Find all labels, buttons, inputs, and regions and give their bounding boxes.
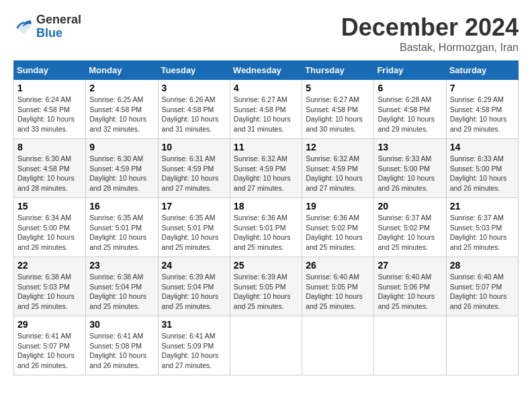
day-info: Sunrise: 6:40 AM Sunset: 5:07 PM Dayligh… (450, 272, 515, 312)
day-number: 2 (89, 83, 154, 93)
calendar-cell: 1 Sunrise: 6:24 AM Sunset: 4:58 PM Dayli… (14, 80, 86, 139)
logo-blue: Blue (36, 27, 81, 40)
day-number: 16 (89, 201, 154, 212)
day-info: Sunrise: 6:40 AM Sunset: 5:06 PM Dayligh… (378, 272, 442, 312)
calendar-week-3: 15 Sunrise: 6:34 AM Sunset: 5:00 PM Dayl… (14, 198, 519, 257)
day-number: 12 (306, 142, 370, 152)
day-number: 29 (17, 319, 82, 330)
day-number: 10 (162, 142, 226, 152)
day-info: Sunrise: 6:36 AM Sunset: 5:01 PM Dayligh… (234, 213, 298, 253)
day-number: 28 (450, 260, 515, 271)
calendar-cell: 24 Sunrise: 6:39 AM Sunset: 5:04 PM Dayl… (158, 257, 230, 316)
calendar-cell: 11 Sunrise: 6:32 AM Sunset: 4:59 PM Dayl… (230, 139, 302, 198)
calendar-cell: 9 Sunrise: 6:30 AM Sunset: 4:59 PM Dayli… (86, 139, 158, 198)
calendar-cell: 3 Sunrise: 6:26 AM Sunset: 4:58 PM Dayli… (158, 80, 230, 139)
day-number: 15 (17, 201, 82, 212)
calendar-cell: 28 Sunrise: 6:40 AM Sunset: 5:07 PM Dayl… (446, 257, 518, 316)
calendar-cell: 20 Sunrise: 6:37 AM Sunset: 5:02 PM Dayl… (374, 198, 446, 257)
weekday-header-row: SundayMondayTuesdayWednesdayThursdayFrid… (14, 61, 519, 80)
day-number: 18 (234, 201, 298, 212)
calendar-cell: 2 Sunrise: 6:25 AM Sunset: 4:58 PM Dayli… (86, 80, 158, 139)
day-info: Sunrise: 6:39 AM Sunset: 5:05 PM Dayligh… (234, 272, 298, 312)
day-info: Sunrise: 6:37 AM Sunset: 5:02 PM Dayligh… (378, 213, 442, 253)
calendar-cell: 6 Sunrise: 6:28 AM Sunset: 4:58 PM Dayli… (374, 80, 446, 139)
calendar-cell: 15 Sunrise: 6:34 AM Sunset: 5:00 PM Dayl… (14, 198, 86, 257)
calendar-cell: 29 Sunrise: 6:41 AM Sunset: 5:07 PM Dayl… (14, 316, 86, 375)
weekday-header-friday: Friday (374, 61, 446, 80)
calendar-cell: 23 Sunrise: 6:38 AM Sunset: 5:04 PM Dayl… (86, 257, 158, 316)
calendar-cell: 18 Sunrise: 6:36 AM Sunset: 5:01 PM Dayl… (230, 198, 302, 257)
day-number: 5 (306, 83, 370, 93)
calendar-week-2: 8 Sunrise: 6:30 AM Sunset: 4:58 PM Dayli… (14, 139, 519, 198)
calendar-cell (302, 316, 374, 375)
calendar-cell: 26 Sunrise: 6:40 AM Sunset: 5:05 PM Dayl… (302, 257, 374, 316)
day-info: Sunrise: 6:37 AM Sunset: 5:03 PM Dayligh… (450, 213, 515, 253)
day-number: 8 (17, 142, 82, 152)
weekday-header-thursday: Thursday (302, 61, 374, 80)
day-info: Sunrise: 6:32 AM Sunset: 4:59 PM Dayligh… (234, 154, 298, 193)
calendar-cell: 4 Sunrise: 6:27 AM Sunset: 4:58 PM Dayli… (230, 80, 302, 139)
calendar-cell: 30 Sunrise: 6:41 AM Sunset: 5:08 PM Dayl… (86, 316, 158, 375)
calendar-cell: 16 Sunrise: 6:35 AM Sunset: 5:01 PM Dayl… (86, 198, 158, 257)
day-number: 11 (234, 142, 298, 152)
day-info: Sunrise: 6:25 AM Sunset: 4:58 PM Dayligh… (89, 95, 154, 134)
day-info: Sunrise: 6:41 AM Sunset: 5:08 PM Dayligh… (89, 331, 154, 371)
day-info: Sunrise: 6:41 AM Sunset: 5:09 PM Dayligh… (162, 331, 226, 371)
weekday-header-sunday: Sunday (14, 61, 86, 80)
day-info: Sunrise: 6:34 AM Sunset: 5:00 PM Dayligh… (17, 213, 82, 253)
logo: General Blue (13, 13, 81, 40)
calendar-cell: 10 Sunrise: 6:31 AM Sunset: 4:59 PM Dayl… (158, 139, 230, 198)
day-info: Sunrise: 6:35 AM Sunset: 5:01 PM Dayligh… (162, 213, 226, 253)
day-info: Sunrise: 6:28 AM Sunset: 4:58 PM Dayligh… (378, 95, 442, 134)
calendar-table: SundayMondayTuesdayWednesdayThursdayFrid… (13, 60, 519, 375)
day-number: 25 (234, 260, 298, 271)
page-header: General Blue December 2024 Bastak, Hormo… (13, 13, 519, 54)
day-info: Sunrise: 6:36 AM Sunset: 5:02 PM Dayligh… (306, 213, 370, 253)
day-number: 14 (450, 142, 515, 152)
day-number: 27 (378, 260, 442, 271)
calendar-week-1: 1 Sunrise: 6:24 AM Sunset: 4:58 PM Dayli… (14, 80, 519, 139)
day-info: Sunrise: 6:40 AM Sunset: 5:05 PM Dayligh… (306, 272, 370, 312)
day-number: 30 (89, 319, 154, 330)
day-number: 22 (17, 260, 82, 271)
location: Bastak, Hormozgan, Iran (341, 42, 519, 54)
calendar-cell (230, 316, 302, 375)
day-info: Sunrise: 6:26 AM Sunset: 4:58 PM Dayligh… (162, 95, 226, 134)
calendar-cell: 12 Sunrise: 6:32 AM Sunset: 4:59 PM Dayl… (302, 139, 374, 198)
logo-text: General Blue (36, 13, 81, 40)
day-number: 7 (450, 83, 515, 93)
weekday-header-saturday: Saturday (446, 61, 518, 80)
day-number: 3 (162, 83, 226, 93)
day-info: Sunrise: 6:38 AM Sunset: 5:03 PM Dayligh… (17, 272, 82, 312)
calendar-cell (446, 316, 518, 375)
calendar-cell: 8 Sunrise: 6:30 AM Sunset: 4:58 PM Dayli… (14, 139, 86, 198)
day-number: 9 (89, 142, 154, 152)
calendar-cell: 22 Sunrise: 6:38 AM Sunset: 5:03 PM Dayl… (14, 257, 86, 316)
day-info: Sunrise: 6:33 AM Sunset: 5:00 PM Dayligh… (378, 154, 442, 193)
day-number: 13 (378, 142, 442, 152)
calendar-cell: 19 Sunrise: 6:36 AM Sunset: 5:02 PM Dayl… (302, 198, 374, 257)
day-info: Sunrise: 6:24 AM Sunset: 4:58 PM Dayligh… (17, 95, 82, 134)
day-number: 6 (378, 83, 442, 93)
calendar-cell (374, 316, 446, 375)
calendar-cell: 31 Sunrise: 6:41 AM Sunset: 5:09 PM Dayl… (158, 316, 230, 375)
calendar-cell: 25 Sunrise: 6:39 AM Sunset: 5:05 PM Dayl… (230, 257, 302, 316)
day-number: 24 (162, 260, 226, 271)
weekday-header-wednesday: Wednesday (230, 61, 302, 80)
calendar-week-5: 29 Sunrise: 6:41 AM Sunset: 5:07 PM Dayl… (14, 316, 519, 375)
day-number: 17 (162, 201, 226, 212)
day-info: Sunrise: 6:33 AM Sunset: 5:00 PM Dayligh… (450, 154, 515, 193)
day-info: Sunrise: 6:32 AM Sunset: 4:59 PM Dayligh… (306, 154, 370, 193)
day-number: 26 (306, 260, 370, 271)
day-info: Sunrise: 6:31 AM Sunset: 4:59 PM Dayligh… (162, 154, 226, 193)
calendar-cell: 17 Sunrise: 6:35 AM Sunset: 5:01 PM Dayl… (158, 198, 230, 257)
day-number: 20 (378, 201, 442, 212)
day-info: Sunrise: 6:30 AM Sunset: 4:58 PM Dayligh… (17, 154, 82, 193)
day-number: 19 (306, 201, 370, 212)
day-number: 1 (17, 83, 82, 93)
day-info: Sunrise: 6:41 AM Sunset: 5:07 PM Dayligh… (17, 331, 82, 371)
title-block: December 2024 Bastak, Hormozgan, Iran (341, 13, 519, 54)
calendar-cell: 7 Sunrise: 6:29 AM Sunset: 4:58 PM Dayli… (446, 80, 518, 139)
month-title: December 2024 (341, 13, 519, 42)
weekday-header-tuesday: Tuesday (158, 61, 230, 80)
